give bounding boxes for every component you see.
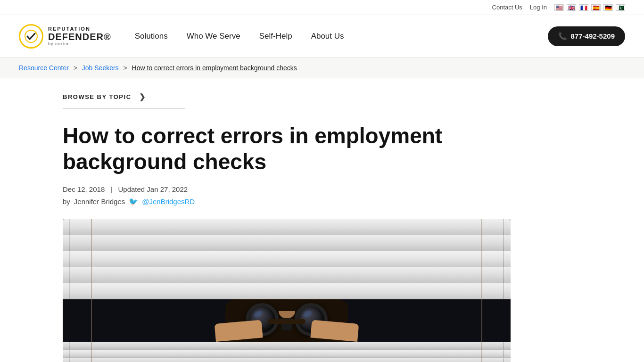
meta-separator: | (110, 185, 112, 193)
article-date: Dec 12, 2018 (63, 185, 105, 193)
article-meta: Dec 12, 2018 | Updated Jan 27, 2022 (63, 185, 581, 193)
blind-slat (63, 267, 511, 283)
twitter-handle-link[interactable]: @JenBridgesRD (142, 197, 195, 206)
flag-de[interactable]: 🇩🇪 (603, 4, 613, 11)
blind-slat (63, 235, 511, 251)
nav-link-solutions[interactable]: Solutions (135, 32, 168, 41)
article-author: by Jennifer Bridges 🐦 @JenBridgesRD (63, 197, 581, 206)
twitter-icon: 🐦 (129, 197, 138, 206)
phone-button[interactable]: 📞 877-492-5209 (548, 26, 625, 46)
blind-slat (63, 219, 511, 235)
breadcrumb-job-seekers[interactable]: Job Seekers (82, 64, 119, 72)
author-prefix: by (63, 197, 70, 206)
flag-us[interactable]: 🇺🇸 (554, 4, 564, 11)
breadcrumb-sep-2: > (124, 64, 129, 72)
logo-norton: by norton (48, 42, 111, 47)
flag-pk[interactable]: 🇵🇰 (616, 4, 625, 11)
logo-defender: DEFENDER® (48, 32, 111, 42)
blind-slat (63, 358, 511, 362)
blind-slat (63, 283, 511, 299)
article-updated: Updated Jan 27, 2022 (118, 185, 188, 193)
contact-link[interactable]: Contact Us (492, 4, 522, 11)
nav-item-about-us[interactable]: About Us (311, 32, 344, 41)
lens-reflection (253, 309, 264, 319)
main-nav: REPUTATION DEFENDER® by norton Solutions… (0, 15, 644, 58)
nav-link-about-us[interactable]: About Us (311, 32, 344, 41)
nav-link-who-we-serve[interactable]: Who We Serve (187, 32, 240, 41)
language-flags: 🇺🇸 🇬🇧 🇫🇷 🇪🇸 🇩🇪 🇵🇰 (554, 4, 625, 11)
breadcrumb-current: How to correct errors in employment back… (132, 64, 297, 72)
upper-blinds (63, 219, 511, 299)
logo-text: REPUTATION DEFENDER® by norton (48, 26, 111, 47)
breadcrumb-bar: Resource Center > Job Seekers > How to c… (0, 58, 644, 78)
peek-gap (63, 299, 511, 342)
chevron-down-icon: ❯ (139, 92, 146, 101)
nav-links: Solutions Who We Serve Self-Help About U… (135, 32, 344, 41)
hero-image (63, 219, 511, 362)
hero-canvas (63, 219, 511, 362)
breadcrumb-sep-1: > (74, 64, 79, 72)
blind-slat (63, 251, 511, 267)
logo-link[interactable]: REPUTATION DEFENDER® by norton (19, 24, 111, 49)
content-wrap: BROWSE BY TOPIC ❯ How to correct errors … (44, 78, 600, 362)
nav-left: REPUTATION DEFENDER® by norton Solutions… (19, 24, 344, 49)
cord-right (481, 219, 482, 362)
breadcrumb-resource-center[interactable]: Resource Center (19, 64, 69, 72)
flag-gb[interactable]: 🇬🇧 (567, 4, 576, 11)
lower-blinds (63, 342, 511, 362)
nav-link-self-help[interactable]: Self-Help (259, 32, 292, 41)
hands-area (206, 323, 367, 342)
phone-number: 877-492-5209 (571, 32, 615, 40)
browse-topic-toggle[interactable]: BROWSE BY TOPIC ❯ (63, 92, 185, 109)
blind-slat (63, 342, 511, 350)
article-title: How to correct errors in employment back… (63, 123, 487, 175)
nav-item-who-we-serve[interactable]: Who We Serve (187, 32, 240, 41)
flag-es[interactable]: 🇪🇸 (591, 4, 601, 11)
browse-topic-label: BROWSE BY TOPIC (63, 93, 132, 100)
nav-item-solutions[interactable]: Solutions (135, 32, 168, 41)
right-hand (310, 320, 359, 342)
nose (279, 311, 295, 318)
beard (268, 319, 305, 324)
nose-beard (268, 311, 305, 323)
left-hand (215, 320, 263, 342)
logo-icon (19, 24, 43, 49)
logo-reputation: REPUTATION (48, 26, 111, 32)
login-link[interactable]: Log In (530, 4, 547, 11)
blind-slat (63, 350, 511, 358)
cord-left (91, 219, 92, 362)
top-bar: Contact Us Log In 🇺🇸 🇬🇧 🇫🇷 🇪🇸 🇩🇪 🇵🇰 (0, 0, 644, 15)
nav-item-self-help[interactable]: Self-Help (259, 32, 292, 41)
phone-icon: 📞 (558, 32, 567, 41)
flag-fr[interactable]: 🇫🇷 (579, 4, 588, 11)
author-name: Jennifer Bridges (74, 197, 125, 206)
